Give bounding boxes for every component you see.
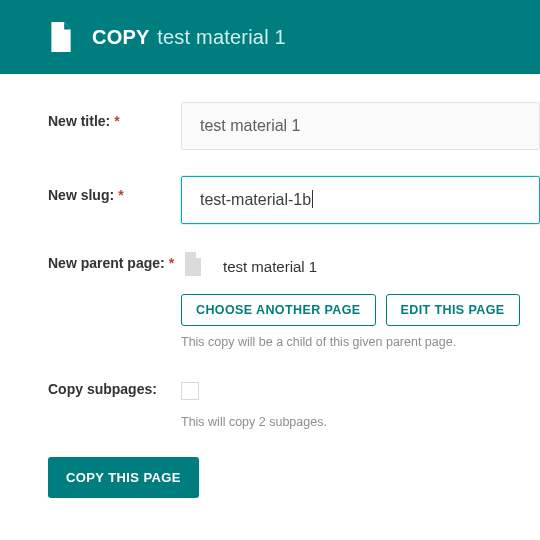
required-marker: * bbox=[169, 255, 174, 271]
field-slug: New slug:* test-material-1b bbox=[48, 176, 540, 224]
required-marker: * bbox=[118, 187, 123, 203]
label-parent: New parent page:* bbox=[48, 250, 181, 273]
form: New title:* New slug:* test-material-1b … bbox=[0, 74, 540, 498]
text-caret bbox=[312, 190, 313, 208]
field-title: New title:* bbox=[48, 102, 540, 150]
slug-value: test-material-1b bbox=[200, 191, 311, 209]
slug-input[interactable]: test-material-1b bbox=[181, 176, 540, 224]
page-title: COPY test material 1 bbox=[92, 26, 286, 49]
parent-page-display: test material 1 bbox=[181, 250, 540, 282]
edit-this-page-button[interactable]: EDIT THIS PAGE bbox=[386, 294, 520, 326]
required-marker: * bbox=[114, 113, 119, 129]
document-icon bbox=[181, 250, 205, 282]
copy-this-page-button[interactable]: COPY THIS PAGE bbox=[48, 457, 199, 498]
parent-help-text: This copy will be a child of this given … bbox=[181, 334, 540, 352]
label-slug: New slug:* bbox=[48, 176, 181, 205]
label-subpages: Copy subpages: bbox=[48, 378, 181, 399]
label-title: New title:* bbox=[48, 102, 181, 131]
parent-page-name: test material 1 bbox=[223, 258, 317, 275]
choose-another-page-button[interactable]: CHOOSE ANOTHER PAGE bbox=[181, 294, 376, 326]
copy-subpages-checkbox[interactable] bbox=[181, 382, 199, 400]
subpages-help-text: This will copy 2 subpages. bbox=[181, 414, 540, 432]
document-icon bbox=[48, 22, 74, 52]
field-parent: New parent page:* test material 1 CHOOSE… bbox=[48, 250, 540, 352]
page-header: COPY test material 1 bbox=[0, 0, 540, 74]
title-input[interactable] bbox=[181, 102, 540, 150]
field-subpages: Copy subpages: This will copy 2 subpages… bbox=[48, 378, 540, 432]
